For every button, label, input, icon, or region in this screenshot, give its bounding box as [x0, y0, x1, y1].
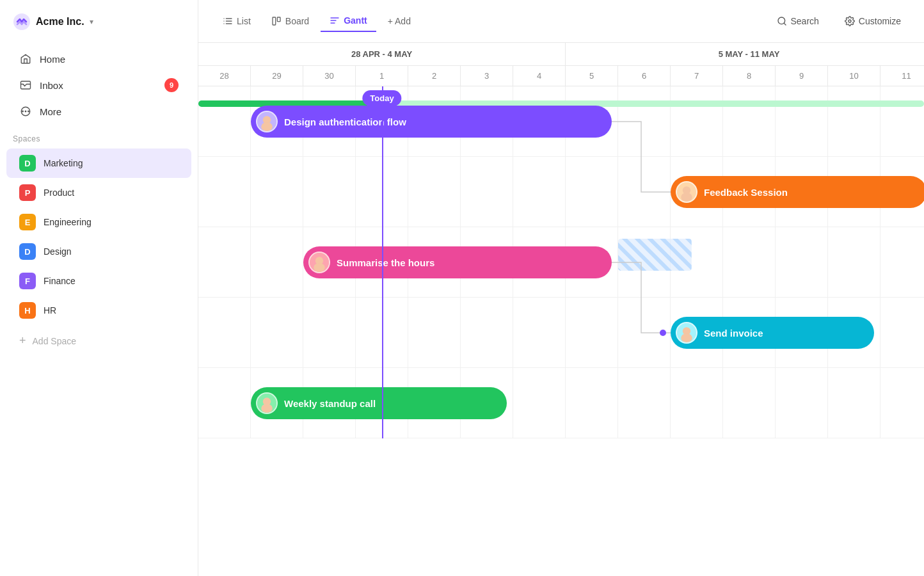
grid-cell: [776, 227, 828, 297]
day-label-6: 6: [618, 66, 671, 86]
grid-cell: [828, 86, 880, 156]
gantt-week-header: 28 APR - 4 MAY5 MAY - 11 MAY: [198, 43, 924, 66]
grid-cell: [251, 227, 303, 297]
sidebar-item-design[interactable]: D Design: [6, 237, 191, 266]
finance-label: Finance: [44, 276, 76, 286]
svg-point-3: [22, 111, 24, 112]
design-dot: D: [19, 243, 36, 260]
grid-cell: [671, 368, 723, 438]
nav-more[interactable]: More: [6, 99, 191, 124]
design-label: Design: [44, 246, 72, 257]
hr-dot: H: [19, 302, 36, 319]
nav-more-label: More: [40, 106, 61, 117]
grid-cell: [461, 298, 513, 367]
customize-button[interactable]: Customize: [837, 11, 909, 31]
grid-cell: [461, 157, 513, 227]
add-space-button[interactable]: + Add Space: [6, 328, 191, 354]
grid-cell: [723, 227, 776, 297]
grid-cell: [776, 157, 828, 227]
grid-cell: [880, 86, 924, 156]
list-icon: [223, 16, 233, 26]
svg-rect-13: [277, 17, 280, 22]
tab-gantt-label: Gantt: [344, 15, 367, 26]
grid-cell: [566, 86, 618, 156]
engineering-dot: E: [19, 214, 36, 230]
grid-cell: [618, 298, 671, 367]
week2-label: 5 MAY - 11 MAY: [566, 43, 924, 65]
sidebar-item-engineering[interactable]: E Engineering: [6, 207, 191, 237]
inbox-badge: 9: [164, 78, 179, 92]
grid-row: [198, 227, 924, 298]
grid-cell: [618, 157, 671, 227]
tab-list-label: List: [237, 16, 251, 26]
grid-cell: [303, 227, 356, 297]
nav-home-label: Home: [40, 54, 65, 65]
grid-cell: [198, 227, 251, 297]
sidebar-item-product[interactable]: P Product: [6, 178, 191, 207]
add-button[interactable]: + Add: [379, 11, 420, 31]
grid-cell: [408, 368, 461, 438]
day-label-9: 9: [776, 66, 828, 86]
add-label: + Add: [388, 16, 411, 26]
main-content: List Board Gantt + Add: [198, 0, 924, 576]
grid-cell: [566, 227, 618, 297]
grid-cell: [671, 298, 723, 367]
grid-cell: [671, 227, 723, 297]
nav-inbox-label: Inbox: [40, 80, 63, 91]
nav-inbox[interactable]: Inbox 9: [6, 72, 191, 99]
day-label-10: 10: [828, 66, 880, 86]
day-label-8: 8: [723, 66, 776, 86]
grid-cell: [618, 86, 671, 156]
grid-cell: [671, 86, 723, 156]
grid-cell: [618, 227, 671, 297]
sidebar-item-hr[interactable]: H HR: [6, 296, 191, 325]
tab-board-label: Board: [285, 16, 309, 26]
tab-gantt[interactable]: Gantt: [321, 10, 376, 32]
grid-cell: [880, 298, 924, 367]
app-logo-icon: [13, 13, 31, 31]
svg-point-2: [25, 111, 26, 112]
more-icon: [19, 105, 32, 118]
gantt-icon: [330, 15, 340, 26]
chevron-down-icon: ▾: [90, 17, 93, 26]
marketing-dot: D: [19, 155, 36, 172]
spaces-label: Spaces: [0, 124, 198, 148]
plus-icon: +: [19, 334, 26, 348]
customize-label: Customize: [859, 16, 901, 26]
gantt-body: Design authentication flow Feedback Sess…: [198, 86, 924, 438]
grid-cell: [723, 298, 776, 367]
product-dot: P: [19, 184, 36, 201]
grid-cell: [251, 86, 303, 156]
sidebar-header: Acme Inc. ▾: [0, 13, 198, 46]
grid-cell: [566, 298, 618, 367]
grid-cell: [828, 157, 880, 227]
today-label: Today: [362, 90, 401, 106]
search-icon: [777, 16, 787, 26]
grid-cell: [723, 157, 776, 227]
sidebar-item-marketing[interactable]: D Marketing: [6, 148, 191, 178]
grid-cell: [880, 157, 924, 227]
nav-home[interactable]: Home: [6, 46, 191, 72]
tab-list[interactable]: List: [214, 11, 260, 31]
grid-cell: [828, 298, 880, 367]
week1-label: 28 APR - 4 MAY: [198, 43, 566, 65]
grid-cell: [461, 86, 513, 156]
tab-board[interactable]: Board: [262, 11, 318, 31]
search-button[interactable]: Search: [769, 11, 827, 31]
grid-cell: [251, 298, 303, 367]
grid-cell: [408, 227, 461, 297]
grid-cell: [303, 86, 356, 156]
grid-cell: [303, 157, 356, 227]
grid-cell: [251, 157, 303, 227]
grid-cell: [880, 368, 924, 438]
grid-cell: [356, 227, 408, 297]
gear-icon: [845, 16, 855, 26]
toolbar: List Board Gantt + Add: [198, 0, 924, 43]
grid-cell: [303, 368, 356, 438]
grid-row: [198, 157, 924, 227]
day-label-30: 30: [303, 66, 356, 86]
company-name: Acme Inc.: [36, 16, 84, 28]
sidebar-item-finance[interactable]: F Finance: [6, 266, 191, 296]
grid-cell: [880, 227, 924, 297]
day-label-4: 4: [513, 66, 566, 86]
